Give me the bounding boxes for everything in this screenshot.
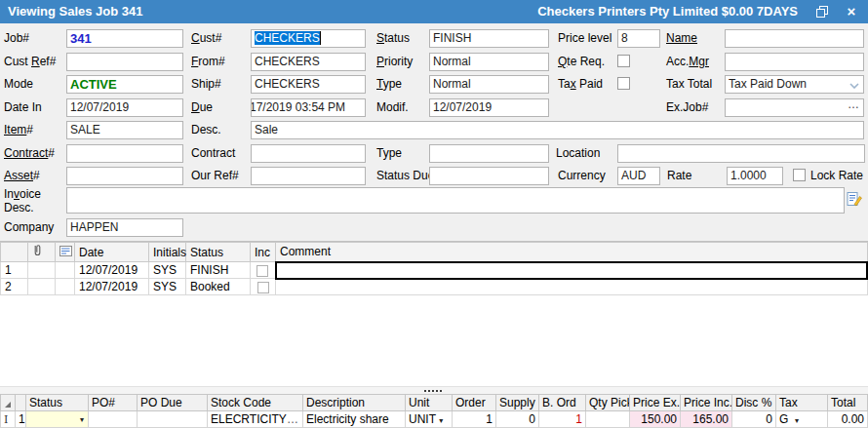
- name-field[interactable]: [725, 29, 864, 48]
- desc-field[interactable]: Sale: [251, 121, 864, 139]
- item-b-ord[interactable]: 1: [539, 411, 586, 428]
- item-total[interactable]: 0.00: [828, 411, 868, 428]
- ellipsis-icon[interactable]: …: [287, 412, 299, 426]
- item-row[interactable]: I 1 ▾ …ELECRTICITY Electricity share UNI…: [1, 411, 868, 428]
- status-due-field[interactable]: [429, 167, 549, 185]
- job-field[interactable]: 341: [66, 29, 183, 48]
- edit-note-icon: [847, 191, 863, 208]
- qte-req-checkbox[interactable]: [617, 55, 630, 67]
- note-status[interactable]: Booked: [186, 279, 251, 295]
- inc-checkbox[interactable]: [256, 265, 268, 277]
- contract-field[interactable]: [251, 144, 366, 163]
- lock-rate-checkbox[interactable]: [793, 169, 806, 181]
- edit-note-button[interactable]: [847, 191, 863, 211]
- acc-mgr-field[interactable]: [725, 53, 864, 71]
- note-date[interactable]: 12/07/2019: [75, 262, 149, 279]
- note-status[interactable]: FINISH: [186, 262, 251, 279]
- currency-field[interactable]: AUD: [617, 167, 660, 185]
- type2-label: Type: [376, 146, 402, 160]
- items-header-b-ord[interactable]: B. Ord: [539, 395, 586, 411]
- tax-paid-checkbox[interactable]: [617, 77, 630, 90]
- contract-no-field[interactable]: [66, 144, 183, 163]
- item-stock-code[interactable]: …ELECRTICITY: [208, 411, 303, 428]
- notes-row[interactable]: 2 12/07/2019 SYS Booked: [1, 279, 868, 295]
- items-header-disc[interactable]: Disc %: [732, 395, 776, 411]
- price-level-field[interactable]: 8: [617, 29, 660, 48]
- note-icon[interactable]: [56, 243, 75, 262]
- splitter-grip-icon: [424, 390, 442, 392]
- from-field[interactable]: CHECKERS: [251, 53, 366, 71]
- type-field[interactable]: Normal: [429, 75, 549, 94]
- items-header-total[interactable]: Total: [828, 395, 868, 411]
- paperclip-icon[interactable]: [28, 243, 56, 262]
- ex-job-field[interactable]: …: [725, 98, 864, 117]
- close-button[interactable]: ×: [837, 0, 866, 23]
- name-label: Name: [666, 31, 697, 45]
- item-tax-dropdown[interactable]: G ▾: [776, 411, 828, 428]
- mode-field: ACTIVE: [66, 75, 183, 94]
- ellipsis-icon[interactable]: …: [848, 98, 860, 113]
- due-field[interactable]: 17/2019 03:54 PM: [251, 98, 366, 117]
- items-header-po-due[interactable]: PO Due: [138, 395, 208, 411]
- items-header-price-inc[interactable]: Price Inc.: [681, 395, 732, 411]
- items-header-stock-code[interactable]: Stock Code: [208, 395, 303, 411]
- asset-field[interactable]: [66, 167, 183, 185]
- grid-splitter[interactable]: [0, 386, 868, 394]
- note-date[interactable]: 12/07/2019: [75, 279, 149, 295]
- items-header-description[interactable]: Description: [303, 395, 406, 411]
- item-supply[interactable]: 0: [496, 411, 539, 428]
- items-grid: Status PO# PO Due Stock Code Description…: [0, 394, 868, 428]
- restore-button[interactable]: [808, 0, 837, 23]
- note-comment[interactable]: [276, 279, 868, 295]
- notes-row[interactable]: 1 12/07/2019 SYS FINISH: [1, 262, 868, 279]
- items-header-qty-pick[interactable]: Qty Pick: [586, 395, 630, 411]
- items-header-po[interactable]: PO#: [89, 395, 138, 411]
- modif-field[interactable]: 12/07/2019: [429, 98, 549, 117]
- type2-field[interactable]: [429, 144, 549, 163]
- items-header-status[interactable]: Status: [26, 395, 89, 411]
- invoice-desc-field[interactable]: [66, 187, 845, 214]
- location-field[interactable]: [617, 144, 865, 163]
- price-level-label: Price level: [558, 31, 612, 45]
- notes-header-comment[interactable]: Comment: [276, 243, 868, 262]
- item-unit-dropdown[interactable]: UNIT ▾: [406, 411, 453, 428]
- item-order[interactable]: 1: [453, 411, 496, 428]
- date-in-field[interactable]: 12/07/2019: [66, 98, 183, 117]
- notes-header-status[interactable]: Status: [186, 243, 251, 262]
- items-header-tax[interactable]: Tax: [776, 395, 828, 411]
- currency-label: Currency: [558, 169, 606, 182]
- note-initials[interactable]: SYS: [149, 279, 186, 295]
- notes-header-initials[interactable]: Initials: [149, 243, 186, 262]
- items-header-unit[interactable]: Unit: [406, 395, 453, 411]
- company-field[interactable]: HAPPEN: [66, 218, 183, 237]
- item-disc[interactable]: 0: [732, 411, 776, 428]
- tax-total-dropdown[interactable]: Tax Paid Down: [725, 75, 864, 94]
- cust-field[interactable]: CHECKERS: [251, 29, 366, 48]
- note-initials[interactable]: SYS: [149, 262, 186, 279]
- item-price-ex[interactable]: 150.00: [630, 411, 681, 428]
- location-label: Location: [556, 146, 600, 160]
- select-all-cell[interactable]: [1, 395, 16, 411]
- item-po-due[interactable]: [138, 411, 208, 428]
- item-po[interactable]: [89, 411, 138, 428]
- note-comment[interactable]: [276, 262, 868, 279]
- status-field[interactable]: FINISH: [429, 29, 549, 48]
- items-header-row: Status PO# PO Due Stock Code Description…: [1, 395, 868, 411]
- cust-ref-field[interactable]: [66, 53, 183, 71]
- priority-field[interactable]: Normal: [429, 53, 549, 71]
- items-header-order[interactable]: Order: [453, 395, 496, 411]
- item-description[interactable]: Electricity share: [303, 411, 406, 428]
- item-field[interactable]: SALE: [66, 121, 183, 139]
- notes-header-row: Date Initials Status Inc Comment: [1, 243, 868, 262]
- items-header-supply[interactable]: Supply: [496, 395, 539, 411]
- notes-header-date[interactable]: Date: [75, 243, 149, 262]
- items-header-price-ex[interactable]: Price Ex.: [630, 395, 681, 411]
- item-price-inc[interactable]: 165.00: [681, 411, 732, 428]
- our-ref-field[interactable]: [251, 167, 366, 185]
- item-status-dropdown[interactable]: ▾: [26, 411, 89, 428]
- notes-header-inc[interactable]: Inc: [251, 243, 276, 262]
- rate-field[interactable]: 1.0000: [727, 167, 783, 185]
- inc-checkbox[interactable]: [257, 282, 269, 293]
- ship-field[interactable]: CHECKERS: [251, 75, 366, 94]
- item-qty-pick[interactable]: [586, 411, 630, 428]
